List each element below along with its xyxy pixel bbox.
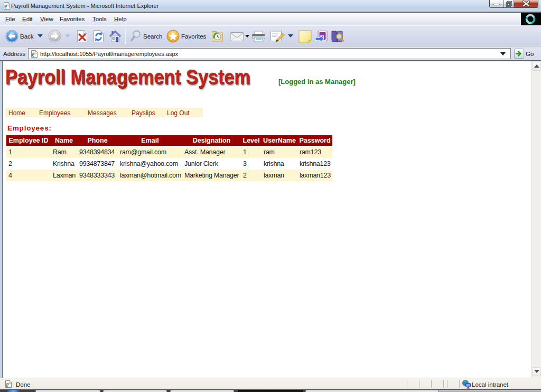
svg-text:e: e [32,51,35,58]
svg-text:e: e [6,381,9,388]
svg-text:e: e [4,3,7,10]
